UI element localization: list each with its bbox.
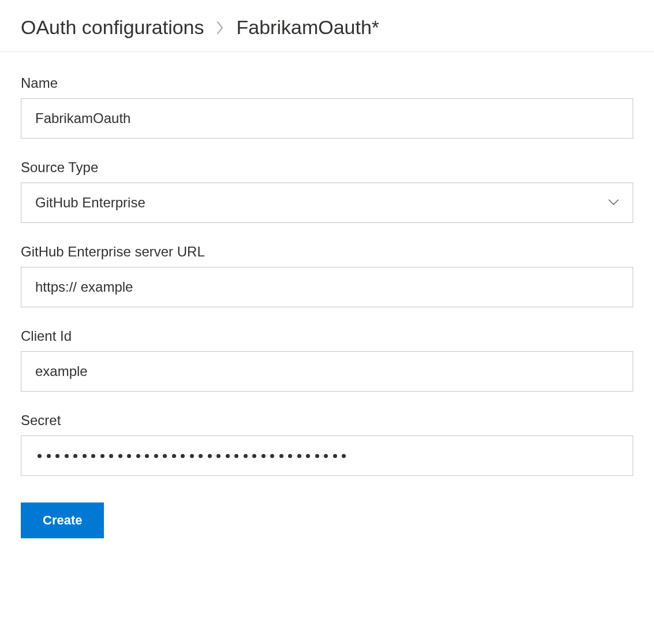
client-id-input[interactable] (21, 351, 633, 392)
name-label: Name (21, 75, 633, 91)
breadcrumb-current: FabrikamOauth* (237, 16, 380, 39)
server-url-input[interactable] (21, 267, 633, 307)
secret-input[interactable] (21, 435, 633, 476)
server-url-label: GitHub Enterprise server URL (21, 244, 633, 260)
chevron-right-icon (216, 20, 225, 36)
secret-label: Secret (21, 412, 633, 429)
field-secret: Secret (21, 412, 633, 476)
field-source-type: Source Type GitHub Enterprise (21, 159, 633, 223)
form-area: Name Source Type GitHub Enterprise GitHu… (0, 52, 654, 538)
name-input[interactable] (21, 98, 633, 139)
field-server-url: GitHub Enterprise server URL (21, 244, 633, 307)
source-type-label: Source Type (21, 159, 633, 176)
breadcrumb-parent[interactable]: OAuth configurations (21, 16, 204, 39)
create-button[interactable]: Create (21, 502, 104, 538)
field-name: Name (21, 75, 633, 139)
field-client-id: Client Id (21, 328, 633, 392)
source-type-select[interactable]: GitHub Enterprise (21, 183, 633, 223)
source-type-select-wrapper: GitHub Enterprise (21, 183, 633, 223)
breadcrumb: OAuth configurations FabrikamOauth* (0, 0, 654, 52)
secret-mask-dots (38, 454, 346, 458)
client-id-label: Client Id (21, 328, 633, 344)
